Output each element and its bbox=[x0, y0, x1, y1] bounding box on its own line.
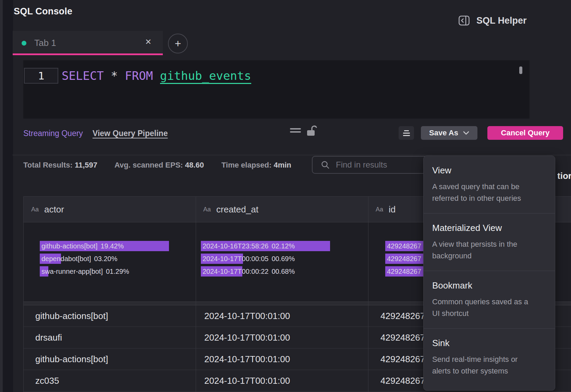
avg-eps-value: 48.60 bbox=[185, 161, 204, 169]
chevron-down-icon bbox=[463, 131, 469, 135]
table-name-token: github_events bbox=[160, 69, 251, 84]
menu-item-description: A view that persists in the background bbox=[432, 238, 546, 262]
view-query-pipeline-link[interactable]: View Query Pipeline bbox=[93, 129, 168, 138]
menu-item-title: Bookmark bbox=[432, 280, 546, 291]
resize-handle-icon[interactable] bbox=[290, 128, 301, 134]
section-divider bbox=[12, 155, 571, 155]
string-type-icon: Aa bbox=[31, 206, 39, 213]
left-edge-strip bbox=[0, 0, 3, 392]
search-icon bbox=[321, 160, 330, 169]
total-results-stat: Total Results: 11,597 bbox=[23, 161, 97, 170]
format-icon bbox=[404, 130, 409, 131]
sql-console-app: SQL Console SQL Helper Tab 1 ✕ + 1 SELEC… bbox=[0, 0, 571, 392]
save-as-label: Save As bbox=[429, 128, 458, 137]
menu-item-title: Materialized View bbox=[432, 222, 546, 233]
sql-editor[interactable]: 1 SELECT * FROM github_events bbox=[23, 60, 530, 119]
menu-item-view[interactable]: View A saved query that can be referred … bbox=[424, 156, 555, 213]
page-title: SQL Console bbox=[14, 6, 72, 17]
time-elapsed-stat: Time elapsed: 4min bbox=[221, 161, 291, 170]
avg-eps-stat: Avg. scanned EPS: 48.60 bbox=[114, 161, 204, 170]
tab-1[interactable]: Tab 1 ✕ bbox=[13, 31, 163, 55]
sql-helper-button[interactable]: SQL Helper bbox=[458, 14, 527, 27]
cell-actor: drsaufi bbox=[35, 327, 62, 348]
menu-item-sink[interactable]: Sink Send real-time insights or alerts t… bbox=[424, 329, 555, 386]
tab-status-dot bbox=[22, 41, 26, 46]
save-as-menu: View A saved query that can be referred … bbox=[423, 156, 555, 391]
cell-actor: github-actions[bot] bbox=[35, 305, 108, 327]
histogram-entry[interactable]: 2024-10-17T00:00:0500.69% bbox=[201, 254, 355, 264]
line-number: 1 bbox=[25, 69, 58, 83]
search-placeholder: Find in results bbox=[336, 160, 387, 170]
menu-item-bookmark[interactable]: Bookmark Common queries saved as a UI sh… bbox=[424, 271, 555, 328]
menu-item-title: View bbox=[432, 165, 546, 176]
keyword-select: SELECT bbox=[62, 69, 104, 83]
histogram-entry[interactable]: swa-runner-app[bot]01.29% bbox=[40, 266, 191, 277]
streaming-query-badge: Streaming Query bbox=[23, 129, 83, 138]
add-tab-button[interactable]: + bbox=[168, 34, 188, 53]
histogram-entry[interactable]: 2024-10-16T23:58:2602.12% bbox=[201, 241, 355, 251]
time-elapsed-value: 4min bbox=[274, 161, 291, 169]
active-tab-underline bbox=[13, 53, 163, 55]
menu-item-description: Send real-time insights or alerts to oth… bbox=[432, 354, 546, 377]
cell-id: 429248267 bbox=[380, 370, 425, 391]
format-query-button[interactable] bbox=[399, 126, 414, 140]
column-header-created-at[interactable]: Aa created_at bbox=[196, 197, 368, 222]
total-results-value: 11,597 bbox=[75, 161, 97, 169]
clipped-button-fragment[interactable]: tior bbox=[557, 171, 571, 181]
cancel-query-button[interactable]: Cancel Query bbox=[487, 126, 563, 140]
cell-id: 429248267 bbox=[380, 348, 425, 370]
editor-scrollbar-thumb[interactable] bbox=[519, 66, 522, 74]
panel-collapse-icon bbox=[458, 14, 470, 27]
histogram-entry[interactable]: dependabot[bot]03.20% bbox=[40, 254, 191, 264]
star-operator: * bbox=[111, 69, 118, 83]
sql-code-line: SELECT * FROM github_events bbox=[62, 69, 251, 83]
keyword-from: FROM bbox=[125, 69, 153, 83]
string-type-icon: Aa bbox=[376, 206, 383, 213]
histogram-actor: github-actions[bot]19.42% dependabot[bot… bbox=[40, 241, 191, 279]
string-type-icon: Aa bbox=[203, 206, 211, 213]
left-gutter-strip bbox=[3, 0, 13, 392]
histogram-entry[interactable]: github-actions[bot]19.42% bbox=[40, 241, 191, 251]
menu-item-materialized-view[interactable]: Materialized View A view that persists i… bbox=[424, 213, 555, 271]
cell-created-at: 2024-10-17T00:01:00 bbox=[204, 305, 290, 327]
sql-helper-label: SQL Helper bbox=[476, 15, 527, 26]
cell-created-at: 2024-10-17T00:01:00 bbox=[204, 370, 290, 391]
menu-item-title: Sink bbox=[432, 338, 546, 348]
histogram-created-at: 2024-10-16T23:58:2602.12% 2024-10-17T00:… bbox=[201, 241, 355, 279]
line-number-gutter: 1 bbox=[24, 68, 58, 84]
save-as-button[interactable]: Save As bbox=[421, 126, 477, 140]
menu-item-description: A saved query that can be referred to in… bbox=[432, 181, 546, 204]
menu-item-description: Common queries saved as a UI shortcut bbox=[432, 296, 546, 319]
tab-label: Tab 1 bbox=[34, 38, 56, 48]
cancel-query-label: Cancel Query bbox=[501, 128, 550, 137]
column-header-actor[interactable]: Aa actor bbox=[24, 197, 196, 222]
cell-actor: zc035 bbox=[35, 370, 59, 391]
cell-id: 429248267 bbox=[380, 327, 425, 348]
cell-id: 429248267 bbox=[380, 305, 425, 327]
unlock-icon[interactable] bbox=[305, 124, 317, 137]
column-divider bbox=[196, 197, 196, 392]
column-divider bbox=[368, 197, 368, 392]
cell-created-at: 2024-10-17T00:01:00 bbox=[204, 348, 290, 370]
cell-created-at: 2024-10-17T00:01:00 bbox=[204, 327, 290, 348]
tab-close-icon[interactable]: ✕ bbox=[145, 37, 151, 47]
cell-actor: github-actions[bot] bbox=[35, 348, 108, 370]
histogram-entry[interactable]: 2024-10-17T00:00:2200.68% bbox=[201, 266, 355, 277]
